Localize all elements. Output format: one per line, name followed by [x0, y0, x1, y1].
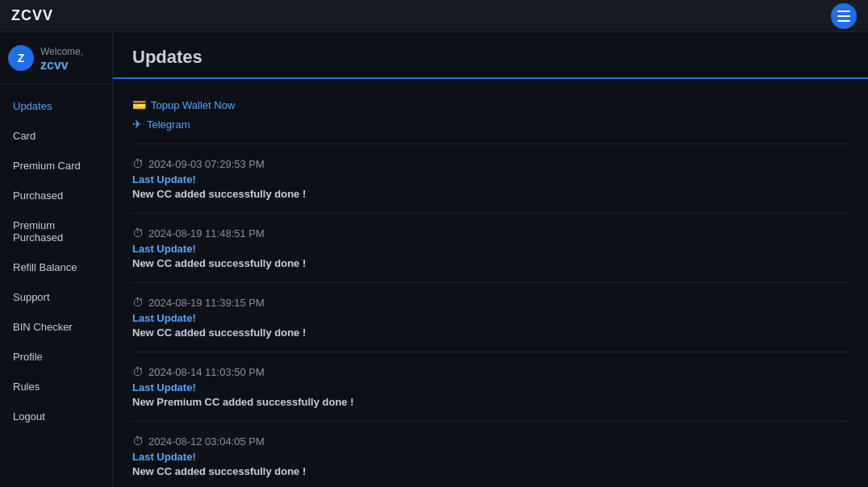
update-message-4: New CC added successfully done !: [132, 465, 849, 477]
content-header: Updates: [113, 32, 868, 79]
update-entry-3: ⏱2024-08-14 11:03:50 PMLast Update!New P…: [132, 352, 849, 422]
timestamp-text-0: 2024-09-03 07:29:53 PM: [148, 158, 265, 170]
update-timestamp-4: ⏱2024-08-12 03:04:05 PM: [132, 435, 849, 447]
update-message-3: New Premium CC added successfully done !: [132, 396, 849, 408]
update-timestamp-1: ⏱2024-08-19 11:48:51 PM: [132, 227, 849, 239]
navbar-brand: ZCVV: [11, 7, 53, 24]
clock-icon: ⏱: [132, 296, 144, 309]
user-info: Welcome, zcvv: [40, 44, 104, 73]
timestamp-text-2: 2024-08-19 11:39:15 PM: [148, 297, 265, 309]
timestamp-text-1: 2024-08-19 11:48:51 PM: [148, 227, 265, 239]
update-label-1: Last Update!: [132, 243, 849, 255]
update-message-1: New CC added successfully done !: [132, 257, 849, 269]
sidebar-nav: UpdatesCardPremium CardPurchasedPremium …: [0, 85, 112, 438]
update-label-4: Last Update!: [132, 451, 849, 463]
update-entry-2: ⏱2024-08-19 11:39:15 PMLast Update!New C…: [132, 283, 849, 352]
update-entry-4: ⏱2024-08-12 03:04:05 PMLast Update!New C…: [132, 422, 849, 487]
sidebar-item-updates[interactable]: Updates: [3, 92, 109, 120]
page-title: Updates: [132, 47, 849, 68]
update-message-0: New CC added successfully done !: [132, 188, 849, 200]
clock-icon: ⏱: [132, 365, 144, 378]
sidebar-user: Z Welcome, zcvv: [0, 32, 112, 85]
navbar: ZCVV: [0, 0, 868, 32]
action-links: 💳Topup Wallet Now✈Telegram: [132, 92, 849, 144]
main-layout: Z Welcome, zcvv UpdatesCardPremium CardP…: [0, 32, 868, 487]
update-message-2: New CC added successfully done !: [132, 327, 849, 339]
timestamp-text-3: 2024-08-14 11:03:50 PM: [148, 366, 265, 378]
sidebar-item-rules[interactable]: Rules: [3, 373, 109, 401]
sidebar-item-support[interactable]: Support: [3, 283, 109, 311]
update-list: ⏱2024-09-03 07:29:53 PMLast Update!New C…: [132, 144, 849, 487]
sidebar-item-premium-card[interactable]: Premium Card: [3, 152, 109, 180]
update-label-0: Last Update!: [132, 173, 849, 185]
avatar: Z: [8, 45, 34, 71]
sidebar-item-purchased[interactable]: Purchased: [3, 181, 109, 210]
update-timestamp-0: ⏱2024-09-03 07:29:53 PM: [132, 157, 849, 170]
username: zcvv: [40, 58, 69, 72]
clock-icon: ⏱: [132, 435, 144, 447]
timestamp-text-4: 2024-08-12 03:04:05 PM: [148, 435, 265, 447]
content-area: Updates 💳Topup Wallet Now✈Telegram ⏱2024…: [113, 32, 868, 487]
wallet-icon: 💳: [132, 98, 146, 111]
update-entry-1: ⏱2024-08-19 11:48:51 PMLast Update!New C…: [132, 214, 849, 283]
clock-icon: ⏱: [132, 157, 144, 170]
sidebar-item-card[interactable]: Card: [3, 122, 109, 150]
action-link-label-1: Telegram: [147, 119, 190, 131]
action-link-label-0: Topup Wallet Now: [151, 99, 235, 111]
sidebar-item-premium-purchased[interactable]: Premium Purchased: [3, 211, 109, 252]
sidebar: Z Welcome, zcvv UpdatesCardPremium CardP…: [0, 32, 113, 487]
update-timestamp-2: ⏱2024-08-19 11:39:15 PM: [132, 296, 849, 309]
update-label-2: Last Update!: [132, 312, 849, 324]
sidebar-item-refill-balance[interactable]: Refill Balance: [3, 253, 109, 281]
sidebar-item-logout[interactable]: Logout: [3, 402, 109, 431]
sidebar-item-profile[interactable]: Profile: [3, 343, 109, 371]
hamburger-icon: [837, 10, 850, 22]
sidebar-item-bin-checker[interactable]: BIN Checker: [3, 313, 109, 341]
update-timestamp-3: ⏱2024-08-14 11:03:50 PM: [132, 365, 849, 378]
content-body: 💳Topup Wallet Now✈Telegram ⏱2024-09-03 0…: [113, 79, 868, 487]
action-link-0[interactable]: 💳Topup Wallet Now: [132, 98, 849, 111]
update-label-3: Last Update!: [132, 381, 849, 393]
clock-icon: ⏱: [132, 227, 144, 239]
update-entry-0: ⏱2024-09-03 07:29:53 PMLast Update!New C…: [132, 144, 849, 214]
navbar-menu-button[interactable]: [831, 3, 857, 29]
welcome-text: Welcome,: [40, 46, 83, 57]
action-link-1[interactable]: ✈Telegram: [132, 118, 849, 131]
telegram-icon: ✈: [132, 118, 142, 131]
